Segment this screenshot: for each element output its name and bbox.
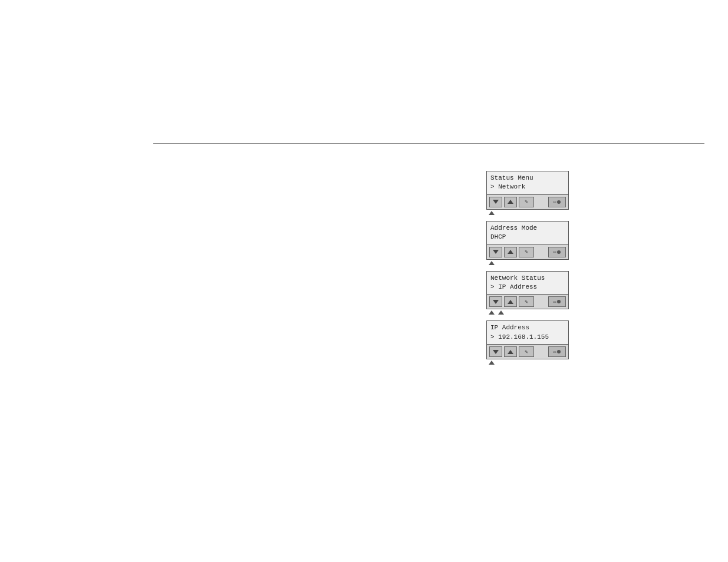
status-menu-up-button[interactable] [504, 197, 517, 207]
address-mode-connector-button[interactable]: ▭ [548, 247, 566, 257]
network-status-arrow-row [486, 309, 504, 315]
horizontal-divider [153, 143, 704, 144]
edit-icon: ✎ [525, 299, 528, 305]
ip-address-down-button[interactable] [489, 346, 502, 357]
connector-dot-icon [557, 250, 561, 254]
network-status-panel: Network Status > IP Address [486, 271, 569, 295]
panel-up-arrow-icon [489, 361, 495, 365]
network-status-title: Network Status [490, 274, 565, 283]
status-menu-edit-button[interactable]: ✎ [519, 197, 534, 207]
status-menu-panel: Status Menu > Network [486, 171, 569, 195]
connector-rect-icon: ▭ [554, 199, 556, 204]
up-arrow-icon [508, 300, 513, 304]
connector-dot-icon [557, 350, 561, 353]
address-mode-group: Address Mode DHCP ✎ ▭ [486, 221, 569, 265]
status-menu-group: Status Menu > Network ✎ ▭ [486, 171, 569, 215]
panel-up-arrow-icon-2 [498, 310, 504, 315]
edit-icon: ✎ [525, 349, 528, 355]
address-mode-arrow-row [486, 260, 495, 265]
ip-address-title: IP Address [490, 323, 565, 332]
address-mode-down-button[interactable] [489, 247, 502, 257]
status-menu-value: > Network [490, 183, 565, 191]
network-status-up-button[interactable] [504, 296, 517, 307]
connector-dot-icon [557, 200, 561, 204]
status-menu-button-row: ✎ ▭ [486, 195, 569, 210]
address-mode-panel: Address Mode DHCP [486, 221, 569, 245]
status-menu-down-button[interactable] [489, 197, 502, 207]
panel-up-arrow-icon [489, 211, 495, 215]
address-mode-button-row: ✎ ▭ [486, 245, 569, 260]
network-status-down-button[interactable] [489, 296, 502, 307]
address-mode-up-button[interactable] [504, 247, 517, 257]
down-arrow-icon [493, 200, 499, 204]
connector-dot-icon [557, 300, 561, 303]
down-arrow-icon [493, 250, 499, 254]
network-status-connector-button[interactable]: ▭ [548, 296, 566, 307]
up-arrow-icon [508, 200, 513, 204]
up-arrow-icon [508, 250, 513, 254]
ip-address-up-button[interactable] [504, 346, 517, 357]
status-menu-arrow-row [486, 210, 495, 215]
down-arrow-icon [493, 300, 499, 304]
connector-rect-icon: ▭ [554, 299, 556, 305]
ip-address-connector-button[interactable]: ▭ [548, 346, 566, 357]
ip-address-arrow-row [486, 359, 495, 365]
ip-address-group: IP Address > 192.168.1.155 ✎ ▭ [486, 320, 569, 365]
up-arrow-icon [508, 350, 513, 354]
ip-address-panel: IP Address > 192.168.1.155 [486, 320, 569, 345]
connector-rect-icon: ▭ [554, 249, 556, 254]
address-mode-title: Address Mode [490, 224, 565, 233]
ip-address-edit-button[interactable]: ✎ [519, 346, 534, 357]
down-arrow-icon [493, 350, 499, 354]
ip-address-value: > 192.168.1.155 [490, 333, 565, 342]
panel-up-arrow-icon [489, 310, 495, 315]
edit-icon: ✎ [525, 199, 528, 205]
network-status-group: Network Status > IP Address ✎ ▭ [486, 271, 569, 315]
address-mode-value: DHCP [490, 233, 565, 242]
edit-icon: ✎ [525, 249, 528, 255]
network-status-button-row: ✎ ▭ [486, 295, 569, 309]
panels-container: Status Menu > Network ✎ ▭ Address Mode [486, 171, 569, 371]
panel-up-arrow-icon [489, 261, 495, 265]
status-menu-title: Status Menu [490, 174, 565, 183]
network-status-edit-button[interactable]: ✎ [519, 296, 534, 307]
connector-rect-icon: ▭ [554, 349, 556, 355]
status-menu-connector-button[interactable]: ▭ [548, 197, 566, 207]
ip-address-button-row: ✎ ▭ [486, 345, 569, 359]
address-mode-edit-button[interactable]: ✎ [519, 247, 534, 257]
network-status-value: > IP Address [490, 283, 565, 292]
